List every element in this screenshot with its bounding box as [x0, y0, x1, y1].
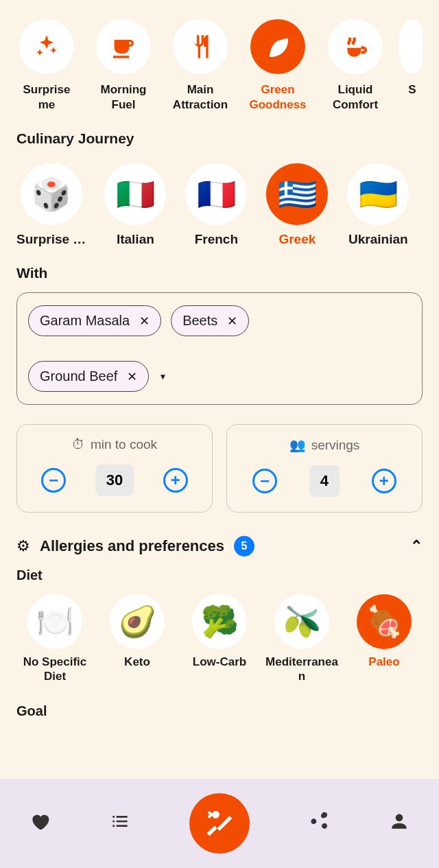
meal-liquid-comfort[interactable]: Liquid Comfort — [325, 19, 385, 113]
cuisine-row: 🎲 Surprise … 🇮🇹 Italian 🇫🇷 French 🇬🇷 Gre… — [16, 163, 423, 247]
sparkle-icon — [19, 19, 74, 74]
fork-knife-icon — [173, 19, 228, 74]
pill-ground-beef[interactable]: Ground Beef ✕ — [28, 361, 149, 392]
nav-profile[interactable] — [388, 810, 410, 837]
cuisine-french[interactable]: 🇫🇷 French — [185, 163, 248, 247]
blank-icon — [399, 19, 423, 74]
decrement-button[interactable]: − — [252, 469, 277, 493]
pill-label: Garam Masala — [40, 313, 130, 329]
leaf-icon — [250, 19, 305, 74]
servings-stepper: 👥 servings − 4 + — [226, 424, 423, 513]
nav-list[interactable] — [109, 810, 131, 837]
olive-icon: 🫒 — [274, 594, 329, 649]
section-with: With — [16, 265, 423, 281]
avocado-icon: 🥑 — [110, 594, 165, 649]
decrement-button[interactable]: − — [41, 468, 66, 493]
flag-greece-icon: 🇬🇷 — [266, 163, 328, 225]
nav-cook-fab[interactable] — [189, 793, 250, 854]
timer-icon: ⏱ — [72, 437, 85, 452]
flag-france-icon: 🇫🇷 — [185, 163, 247, 225]
cuisine-greek[interactable]: 🇬🇷 Greek — [265, 163, 329, 247]
stepper-label: servings — [311, 438, 360, 453]
close-icon[interactable]: ✕ — [139, 314, 150, 329]
chevron-down-icon[interactable]: ▼ — [158, 372, 167, 382]
pill-label: Beets — [182, 313, 217, 329]
close-icon[interactable]: ✕ — [227, 314, 237, 329]
nav-favorites[interactable] — [29, 810, 51, 837]
section-diet: Diet — [16, 567, 423, 583]
diet-row: 🍽️ No Specific Diet 🥑 Keto 🥦 Low-Carb 🫒 … — [16, 594, 423, 684]
diet-paleo[interactable]: 🍖 Paleo — [346, 594, 423, 684]
cuisine-ukrainian[interactable]: 🇺🇦 Ukrainian — [346, 163, 410, 247]
chevron-up-icon: ⌃ — [410, 537, 423, 555]
pill-garam-masala[interactable]: Garam Masala ✕ — [28, 305, 161, 336]
flag-italy-icon: 🇮🇹 — [104, 163, 166, 225]
flag-ukraine-icon: 🇺🇦 — [347, 163, 409, 225]
cook-time-stepper: ⏱ min to cook − 30 + — [16, 424, 213, 513]
cuisine-surprise[interactable]: 🎲 Surprise … — [16, 163, 86, 247]
prefs-count-badge: 5 — [234, 536, 254, 556]
with-ingredients-input[interactable]: Garam Masala ✕ Beets ✕ Ground Beef ✕ ▼ — [16, 292, 423, 405]
cup-icon — [96, 19, 151, 74]
meal-morning-fuel[interactable]: Morning Fuel — [93, 19, 154, 113]
pill-beets[interactable]: Beets ✕ — [171, 305, 249, 336]
meal-surprise[interactable]: Surprise me — [16, 19, 77, 113]
cook-time-value: 30 — [95, 465, 134, 496]
plate-icon: 🍽️ — [27, 594, 82, 649]
dice-icon: 🎲 — [21, 163, 82, 225]
stepper-label: min to cook — [91, 437, 157, 452]
increment-button[interactable]: + — [163, 468, 188, 493]
servings-value: 4 — [309, 465, 340, 497]
diet-mediterranean[interactable]: 🫒 Mediterranean — [263, 594, 340, 684]
prefs-title: Allergies and preferences — [40, 537, 224, 555]
diet-low-carb[interactable]: 🥦 Low-Carb — [181, 594, 258, 684]
nav-share[interactable] — [308, 810, 330, 837]
bottom-nav — [0, 779, 439, 868]
meal-type-row: Surprise me Morning Fuel Main Attraction… — [16, 0, 423, 113]
meal-main-attraction[interactable]: Main Attraction — [170, 19, 230, 113]
gear-icon: ⚙ — [16, 537, 30, 555]
broccoli-icon: 🥦 — [192, 594, 247, 649]
section-culinary-journey: Culinary Journey — [16, 130, 423, 147]
meat-icon: 🍖 — [357, 594, 412, 649]
cuisine-italian[interactable]: 🇮🇹 Italian — [104, 163, 167, 247]
diet-keto[interactable]: 🥑 Keto — [99, 594, 176, 684]
people-icon: 👥 — [289, 437, 306, 453]
section-goal: Goal — [16, 703, 423, 719]
meal-extra[interactable]: S — [402, 19, 423, 113]
increment-button[interactable]: + — [372, 469, 396, 493]
ladle-icon — [328, 19, 383, 74]
close-icon[interactable]: ✕ — [127, 369, 137, 384]
allergies-preferences-header[interactable]: ⚙ Allergies and preferences 5 ⌃ — [16, 536, 423, 556]
pill-label: Ground Beef — [40, 368, 117, 384]
meal-green-goodness[interactable]: Green Goodness — [247, 19, 309, 113]
diet-no-specific[interactable]: 🍽️ No Specific Diet — [16, 594, 93, 684]
